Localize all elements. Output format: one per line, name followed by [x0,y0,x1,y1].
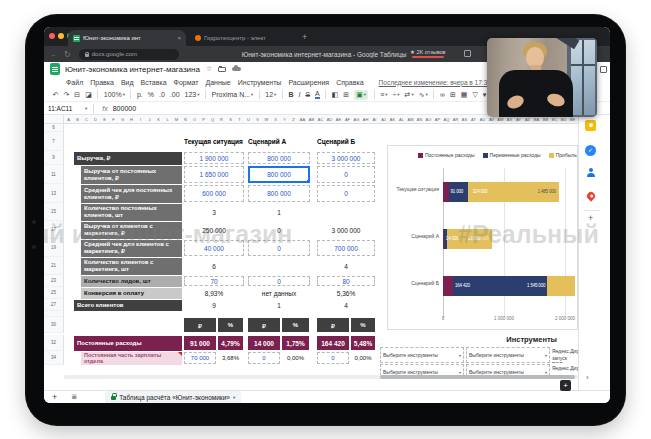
value-cell[interactable]: 9 [184,300,244,310]
row-label-cell[interactable]: Всего клиентов [74,300,182,311]
row-label-cell[interactable]: Постоянные расходы [74,336,182,351]
value-cell[interactable]: 800 000 [248,185,310,202]
insert-link-icon[interactable]: ∞ [440,91,445,98]
row-label-cell[interactable]: Конверсия в оплату [81,288,182,299]
money-cell[interactable]: 0 [317,352,349,364]
embedded-chart[interactable]: Постоянные расходыПеременные расходыПриб… [387,145,578,330]
editable-value[interactable]: 600 000 [184,185,244,202]
text-color-icon[interactable]: A [315,90,320,99]
value-cell[interactable]: 250 000 [184,222,244,238]
format-percent-icon[interactable]: % [148,91,154,98]
money-cell[interactable]: 0,00% [351,352,375,364]
column-header[interactable]: AF [343,115,352,123]
column-header[interactable]: I [136,115,145,123]
menu-item[interactable]: Формат [174,79,199,86]
collapse-panel-icon[interactable]: › [586,373,589,382]
sheet-tab-active[interactable]: Таблица расчёта «Юнит-экономики» ▾ [105,391,241,403]
row-header[interactable]: 30 [44,317,64,333]
column-header[interactable]: R [217,115,226,123]
value-cell[interactable] [317,204,375,220]
italic-icon[interactable]: I [298,91,300,98]
money-cell[interactable]: % [282,318,309,332]
value-cell[interactable]: 1 [248,300,310,310]
row-header[interactable]: 32 [44,335,64,351]
add-sheet-button[interactable]: + [52,392,57,402]
value-cell[interactable]: 0 [317,166,375,183]
menu-item[interactable]: Правка [90,79,114,86]
value-cell[interactable]: 5,36% [317,288,375,298]
new-tab-button[interactable]: + [302,31,307,43]
strikethrough-icon[interactable]: S [305,91,310,98]
row-label-cell[interactable]: Средний чек для клиентов с маркетинга, ₽ [81,240,182,257]
filter-icon[interactable]: ▽ [472,91,477,99]
row-label-cell[interactable]: Средний чек для постоянных клиентов, ₽ [81,185,182,203]
more-formats-icon[interactable]: 123▾ [185,91,200,98]
value-cell[interactable]: 4 [317,300,375,310]
value-cell[interactable]: 1 [248,204,310,220]
row-header[interactable]: 21 [44,257,64,275]
column-header[interactable]: AH [361,115,370,123]
column-header[interactable]: AU [478,115,487,123]
sheets-logo-icon[interactable] [50,63,60,75]
value-cell[interactable]: 800 000 [248,152,310,164]
row-header[interactable]: 6 [44,124,64,132]
row-header[interactable]: 9 [44,151,64,165]
value-cell[interactable]: 3 000 000 [317,152,375,164]
column-header[interactable]: L [163,115,172,123]
editable-value[interactable]: 3 000 000 [317,152,375,164]
row-label-cell[interactable]: Выручка от постоянных клиентов, ₽ [81,166,182,184]
merge-cells-icon[interactable]: ▣▾ [354,90,368,100]
column-header[interactable]: B [73,115,82,123]
column-header[interactable]: J [145,115,154,123]
money-cell[interactable]: 4,79% [218,336,243,350]
selected-cell[interactable]: 800 000 [248,166,310,183]
row-label-cell[interactable]: Выручка, ₽ [74,152,182,165]
column-header[interactable]: AA [298,115,307,123]
paint-format-icon[interactable]: ◪ [85,91,92,99]
money-cell[interactable]: 70 000 [184,352,216,364]
column-header[interactable]: V [253,115,262,123]
zoom-icon[interactable]: 100%▾ [104,91,125,98]
value-cell[interactable]: 80 [317,276,375,286]
editable-value[interactable]: 40 000 [184,240,244,256]
undo-icon[interactable]: ↶ [53,91,59,99]
value-cell[interactable]: 700 000 [317,240,375,256]
add-addon-icon[interactable]: + [588,213,593,223]
value-cell[interactable]: 4 [317,258,375,274]
menu-item[interactable]: Справка [336,79,363,86]
editable-value[interactable]: 80 [317,276,375,286]
redo-icon[interactable]: ↷ [63,91,69,99]
header-right-icon[interactable] [600,66,607,73]
print-icon[interactable]: ⊟ [74,91,80,99]
column-header[interactable]: Z [289,115,298,123]
row-label-cell[interactable]: Количество клиентов с маркетинга, шт [81,258,182,275]
column-header[interactable]: P [199,115,208,123]
editable-value[interactable]: 0 [317,185,375,202]
reload-icon[interactable]: ↻ [64,50,71,59]
decrease-decimals-icon[interactable]: .0 [159,91,165,98]
money-cell[interactable]: 0,00% [282,352,309,364]
insert-chart-icon[interactable]: ▦ [461,91,468,99]
value-cell[interactable]: 800 000 [248,166,310,183]
last-edit-link[interactable]: Последнее изменение: вчера в 17:34 [379,79,491,86]
horizontal-align-icon[interactable]: ≡▾ [380,91,387,98]
browser-tab-active[interactable]: Юнит-экономика инт × [68,30,186,46]
value-cell[interactable]: 1 650 000 [184,166,244,183]
column-header[interactable]: X [271,115,280,123]
column-header[interactable]: A [64,115,73,123]
column-header[interactable]: K [154,115,163,123]
editable-value[interactable]: 800 000 [248,152,310,164]
column-header[interactable]: AR [451,115,460,123]
row-label-cell[interactable]: Количество постоянных клиентов, шт [81,204,182,221]
value-cell[interactable]: 6 [184,258,244,274]
column-header[interactable]: AJ [379,115,388,123]
editable-value[interactable]: 800 000 [248,185,310,202]
column-header[interactable]: G [118,115,127,123]
row-header[interactable]: 23 [44,275,64,287]
keep-icon[interactable] [585,120,596,131]
money-cell[interactable]: 164 420 [317,336,349,350]
money-cell[interactable]: % [218,318,243,332]
row-label-cell[interactable]: Количество лидов, шт [81,276,182,287]
value-cell[interactable]: 0 [248,276,310,286]
menu-item[interactable]: Файл [66,79,83,86]
